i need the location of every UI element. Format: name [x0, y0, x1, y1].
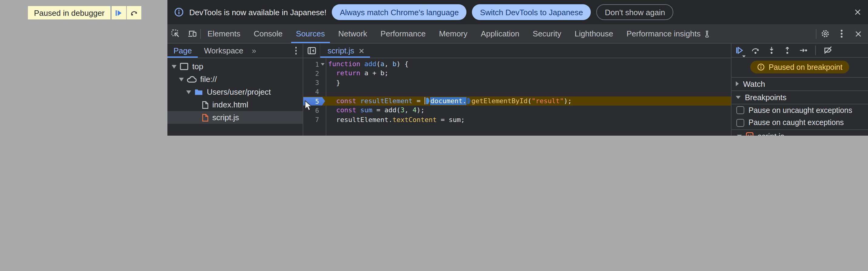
- expand-arrow-icon[interactable]: [172, 65, 177, 68]
- tab-sources[interactable]: Sources: [289, 24, 332, 43]
- info-icon: [757, 63, 765, 71]
- navigator-tabs-spacer: [259, 44, 289, 58]
- continue-to-location-marker[interactable]: [467, 97, 471, 104]
- step-over-button[interactable]: [127, 6, 142, 20]
- code-area[interactable]: 1 function add(a, b) { 2 return a + b; 3…: [303, 58, 731, 136]
- text-caret: [425, 97, 426, 104]
- collapsed-arrow-icon: [736, 81, 739, 86]
- navigator-kebab-icon[interactable]: [289, 44, 303, 58]
- expand-arrow-icon[interactable]: [179, 78, 184, 81]
- tree-item-index-html[interactable]: index.html: [167, 98, 303, 111]
- paused-in-debugger-label: Paused in debugger: [28, 6, 111, 20]
- tabbar-right-divider: [816, 29, 816, 38]
- navigator-tabs: Page Workspace »: [167, 44, 303, 58]
- section-breakpoints[interactable]: Breakpoints: [732, 91, 868, 104]
- tree-item-file-protocol[interactable]: file://: [167, 73, 303, 86]
- more-options-kebab-icon[interactable]: [834, 30, 849, 38]
- script-file-icon: [202, 113, 209, 122]
- breakpoint-file-group[interactable]: script.js: [732, 129, 868, 136]
- devtools-window: DevTools is now available in Japanese! A…: [167, 0, 868, 136]
- step-into-icon[interactable]: [767, 46, 776, 55]
- tab-elements[interactable]: Elements: [201, 24, 247, 43]
- code-line-3[interactable]: 3 }: [303, 78, 731, 87]
- debugger-toolbar-divider: [815, 46, 816, 55]
- toggle-navigator-icon[interactable]: [303, 44, 320, 58]
- infobar-message: DevTools is now available in Japanese!: [189, 8, 326, 17]
- resume-execution-icon[interactable]: [735, 46, 744, 55]
- tab-performance-insights[interactable]: Performance insights: [620, 24, 718, 43]
- language-infobar: DevTools is now available in Japanese! A…: [167, 0, 868, 24]
- expanded-arrow-icon: [736, 96, 741, 99]
- always-match-language-button[interactable]: Always match Chrome's language: [332, 4, 466, 20]
- flask-icon: [704, 29, 712, 38]
- code-line-7[interactable]: 7 resultElement.textContent = sum;: [303, 115, 731, 124]
- step-over-icon[interactable]: [751, 46, 760, 55]
- step-icon[interactable]: [799, 46, 808, 55]
- code-line-6[interactable]: 6 const sum = add(3, 4);: [303, 106, 731, 115]
- step-over-icon: [130, 9, 138, 17]
- deactivate-breakpoints-icon[interactable]: [823, 46, 833, 55]
- inspect-element-icon[interactable]: [167, 24, 184, 43]
- debugger-toolbar: [732, 44, 868, 57]
- code-line-1[interactable]: 1 function add(a, b) {: [303, 59, 731, 69]
- continue-to-location-marker[interactable]: [426, 97, 430, 104]
- editor-tab-script-js[interactable]: script.js: [320, 44, 370, 58]
- pause-uncaught-exceptions-row[interactable]: Pause on uncaught exceptions: [732, 104, 868, 117]
- tab-page[interactable]: Page: [167, 44, 198, 58]
- tab-performance[interactable]: Performance: [374, 24, 432, 43]
- page-background: Paused in debugger: [0, 0, 167, 136]
- infobar-close-icon[interactable]: [854, 8, 862, 17]
- expand-arrow-icon[interactable]: [186, 90, 191, 94]
- tab-console[interactable]: Console: [247, 24, 289, 43]
- paused-in-debugger-banner: Paused in debugger: [28, 6, 142, 20]
- more-tabs-chevron[interactable]: »: [249, 44, 258, 58]
- device-toolbar-icon[interactable]: [184, 24, 200, 43]
- tab-close-icon[interactable]: [359, 48, 365, 54]
- resume-icon: [115, 9, 123, 17]
- info-icon: [174, 7, 184, 17]
- section-watch[interactable]: Watch: [732, 78, 868, 91]
- screen: Paused in debugger DevTools is now avail…: [0, 0, 868, 136]
- paused-on-breakpoint-badge: Paused on breakpoint: [750, 61, 849, 73]
- tab-memory[interactable]: Memory: [432, 24, 474, 43]
- fold-arrow-icon[interactable]: [319, 63, 326, 65]
- code-line-5-paused[interactable]: 5 const resultElement = document.getElem…: [303, 96, 731, 106]
- code-line-2[interactable]: 2 return a + b;: [303, 69, 731, 78]
- tab-workspace[interactable]: Workspace: [198, 44, 250, 58]
- checkbox-unchecked[interactable]: [736, 119, 744, 127]
- switch-devtools-japanese-button[interactable]: Switch DevTools to Japanese: [472, 4, 591, 20]
- debugger-sidebar: Paused on breakpoint Watch Breakpoints P…: [731, 44, 868, 136]
- editor-tabstrip: script.js: [303, 44, 731, 58]
- devtools-close-icon[interactable]: [850, 29, 866, 38]
- pause-caught-exceptions-row[interactable]: Pause on caught exceptions: [732, 117, 868, 129]
- checkbox-unchecked[interactable]: [736, 107, 744, 114]
- tab-application[interactable]: Application: [474, 24, 526, 43]
- tab-security[interactable]: Security: [526, 24, 568, 43]
- tree-item-script-js[interactable]: script.js: [167, 111, 303, 124]
- code-line-4[interactable]: 4: [303, 87, 731, 97]
- script-source-icon: [745, 132, 754, 136]
- step-out-icon[interactable]: [783, 46, 792, 55]
- sources-panel: Page Workspace » top: [167, 44, 868, 136]
- mouse-cursor: [305, 100, 313, 112]
- file-tree: top file:// Users/user/p: [167, 58, 303, 124]
- frame-icon: [180, 62, 189, 70]
- html-file-icon: [202, 100, 209, 109]
- expanded-arrow-icon: [737, 134, 742, 136]
- tab-lighthouse[interactable]: Lighthouse: [568, 24, 620, 43]
- devtools-tabbar: Elements Console Sources Network Perform…: [167, 24, 868, 44]
- dont-show-again-button[interactable]: Don't show again: [596, 4, 674, 20]
- paused-banner-section: Paused on breakpoint: [732, 57, 868, 78]
- tree-item-top[interactable]: top: [167, 60, 303, 73]
- tree-item-project-folder[interactable]: Users/user/project: [167, 86, 303, 98]
- resume-script-button[interactable]: [112, 6, 126, 20]
- folder-icon: [194, 88, 203, 96]
- settings-gear-icon[interactable]: [818, 29, 833, 38]
- code-editor: script.js 1 function add(a, b) { 2: [303, 44, 731, 136]
- cloud-icon: [187, 76, 196, 83]
- tab-network[interactable]: Network: [332, 24, 374, 43]
- tabbar-spacer: [718, 24, 816, 43]
- navigator-sidebar: Page Workspace » top: [167, 44, 303, 136]
